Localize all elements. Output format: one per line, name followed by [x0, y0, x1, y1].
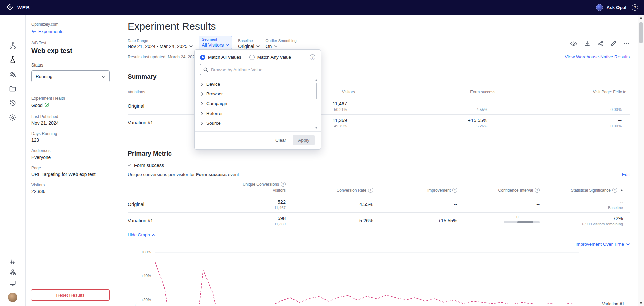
primary-metric-heading: Primary Metric [128, 150, 630, 157]
chart-ylabel: Improvement [134, 304, 138, 306]
attribute-item-source[interactable]: Source [200, 118, 315, 128]
col-visit-page: Visit Page: Felix te... [495, 90, 630, 94]
back-arrow-icon [31, 29, 36, 34]
search-icon [203, 67, 208, 74]
chevron-down-icon [226, 44, 229, 46]
more-options-icon[interactable] [624, 43, 630, 45]
status-select[interactable]: Running [31, 70, 110, 82]
field-experiment-health: Experiment Health Good [31, 96, 110, 108]
split-test-icon[interactable] [9, 41, 17, 49]
metric-row-original: Original 52211,467 4.55% -- -- --Baselin… [128, 196, 630, 213]
attribute-item-device[interactable]: Device [200, 79, 315, 89]
y-tick: +20% [128, 298, 151, 302]
help-icon[interactable] [310, 54, 315, 60]
metric-table-header: Unique Conversions Visitors Conversion R… [128, 182, 630, 196]
scrollbar-thumb[interactable] [316, 83, 317, 99]
attribute-item-campaign[interactable]: Campaign [200, 99, 315, 108]
scroll-up-icon[interactable] [315, 79, 318, 81]
popup-footer: Clear Apply [195, 131, 321, 149]
eye-icon[interactable] [570, 41, 577, 46]
baseline-filter[interactable]: Baseline Original [238, 37, 259, 50]
improvement-chart: Improvement +60% +40% +20% Variation #1 [128, 248, 630, 304]
outlier-smoothing-filter[interactable]: Outlier Smoothing On [266, 37, 297, 50]
chevron-right-icon [201, 112, 203, 116]
chart-mode-row: Improvement Over Time [128, 242, 630, 247]
date-range-filter[interactable]: Date Range Nov 21, 2024 - Mar 24, 2025 [128, 37, 193, 50]
attribute-item-referrer[interactable]: Referrer [200, 108, 315, 118]
chevron-right-icon [201, 102, 203, 106]
col-form-success: Form success [355, 90, 495, 94]
field-page: Page URL Targeting for Web exp test [31, 166, 110, 177]
user-avatar[interactable] [8, 293, 17, 302]
variation-name: Original [128, 196, 195, 212]
col-unique-conversions: Unique Conversions Visitors [195, 182, 286, 193]
experiment-sidebar: Optimizely.com Experiments A/B Test Web … [26, 15, 115, 306]
help-icon[interactable] [612, 188, 617, 193]
pencil-icon[interactable] [610, 41, 616, 47]
flask-icon[interactable] [9, 56, 17, 64]
folder-icon[interactable] [9, 85, 17, 93]
col-statistical-significance[interactable]: Statistical Significance [540, 188, 623, 193]
hash-icon[interactable] [9, 258, 17, 266]
gear-icon[interactable] [9, 114, 17, 122]
scroll-up-icon[interactable] [640, 17, 642, 19]
sort-ascending-icon [620, 189, 623, 191]
chevron-down-icon [189, 45, 193, 47]
match-all-label[interactable]: Match All Values [208, 55, 241, 60]
improvement-over-time-dropdown[interactable]: Improvement Over Time [575, 242, 630, 247]
monitor-icon[interactable] [9, 279, 17, 287]
help-icon[interactable] [368, 188, 373, 193]
warehouse-results-link[interactable]: View Warehouse-Native Results [565, 54, 630, 59]
scroll-down-icon[interactable] [640, 302, 642, 304]
sitemap-icon[interactable] [9, 268, 17, 276]
last-updated-text: Results last updated: March 24, 202 [128, 55, 195, 59]
variation-name: Variation #1 [128, 213, 195, 229]
share-icon[interactable] [597, 41, 603, 47]
segment-filter-popup: Match All Values Match Any Value Device … [194, 49, 321, 150]
product-name: WEB [17, 5, 30, 10]
download-icon[interactable] [584, 41, 590, 47]
col-conversion-rate: Conversion Rate [286, 188, 373, 193]
clear-button[interactable]: Clear [275, 138, 286, 143]
chevron-right-icon [201, 92, 203, 96]
ask-opal-button[interactable]: Ask Opal [606, 5, 626, 10]
results-main: Experiment Results Date Range Nov 21, 20… [115, 15, 638, 306]
attribute-search-input[interactable] [200, 64, 315, 75]
apply-button[interactable]: Apply [293, 135, 315, 145]
attribute-list-scrollbar[interactable] [315, 79, 318, 129]
chevron-down-icon [256, 45, 260, 47]
attribute-item-browser[interactable]: Browser [200, 89, 315, 99]
field-days-running: Days Running 123 [31, 131, 110, 143]
back-to-experiments-link[interactable]: Experiments [31, 29, 63, 34]
optimizely-logo[interactable]: WEB [6, 3, 30, 12]
page-title: Experiment Results [128, 20, 630, 32]
col-confidence-interval: Confidence Interval [457, 188, 540, 193]
match-any-label[interactable]: Match Any Value [257, 55, 291, 60]
opal-avatar-icon[interactable] [596, 4, 603, 11]
hide-graph-link[interactable]: Hide Graph [128, 232, 155, 237]
metric-row-variation-1: Variation #1 59811,369 5.26% +15.55% 0 7… [128, 213, 630, 229]
metric-collapse-toggle[interactable]: Form success [128, 163, 164, 168]
help-icon[interactable] [632, 4, 638, 11]
people-icon[interactable] [9, 70, 17, 78]
chevron-up-icon [152, 234, 155, 236]
help-icon[interactable] [535, 188, 540, 193]
edit-metric-link[interactable]: Edit [622, 172, 630, 177]
confidence-interval-bar: 0 [504, 215, 540, 226]
filter-row: Date Range Nov 21, 2024 - Mar 24, 2025 S… [128, 37, 630, 50]
scroll-down-icon[interactable] [315, 127, 318, 129]
reset-results-button[interactable]: Reset Results [31, 289, 110, 301]
history-icon[interactable] [9, 99, 17, 107]
optimizely-logo-icon [6, 3, 14, 12]
left-icon-rail [0, 15, 26, 306]
scrollbar-thumb[interactable] [639, 22, 643, 43]
help-icon[interactable] [452, 188, 457, 193]
match-all-radio[interactable] [200, 55, 205, 60]
chart-legend: Variation #1 [592, 302, 624, 306]
help-icon[interactable] [281, 182, 286, 187]
chevron-down-icon [102, 74, 105, 79]
page-scrollbar[interactable] [638, 15, 644, 306]
field-visitors: Visitors 22,836 [31, 183, 110, 194]
match-any-radio[interactable] [249, 55, 255, 60]
segment-filter[interactable]: Segment All Visitors [199, 36, 232, 49]
